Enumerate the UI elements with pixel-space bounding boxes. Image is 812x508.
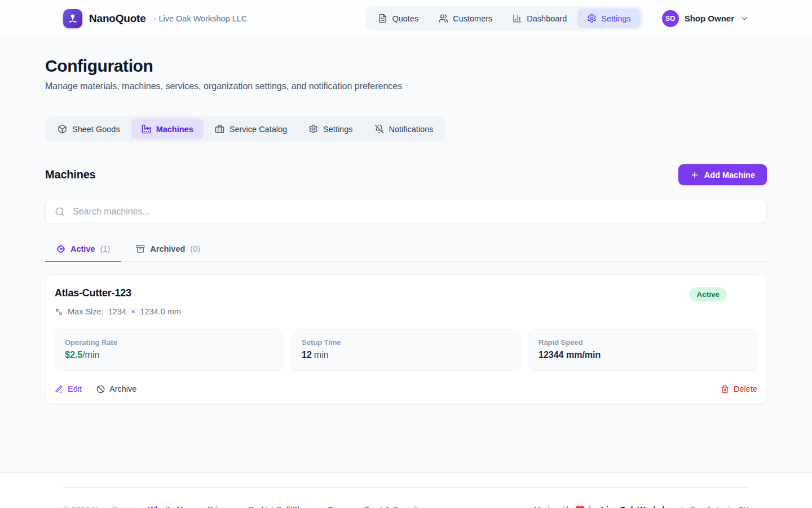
nav-label: Customers [453, 14, 492, 23]
tab-notifications[interactable]: Notifications [364, 119, 444, 139]
avatar: SO [662, 10, 679, 27]
status-badge: Active [689, 287, 727, 301]
add-machine-button[interactable]: Add Machine [678, 164, 767, 185]
stat-rapid-speed: Rapid Speed 12344 mm/min [528, 329, 757, 371]
section-title: Machines [45, 168, 96, 181]
search-box [45, 199, 767, 224]
card-actions: Edit Archive Delet [55, 384, 757, 393]
brand-name: NanoQuote [89, 12, 146, 25]
ban-icon [96, 385, 105, 393]
briefcase-icon [215, 124, 224, 134]
nanoquote-logo-icon [63, 9, 82, 28]
footer-link-terms[interactable]: Terms [328, 505, 350, 508]
tab-machines[interactable]: Machines [131, 119, 204, 139]
copyright: © 2026 NanoQuote [63, 505, 134, 508]
brand[interactable]: NanoQuote - Live Oak Workshop LLC [63, 9, 247, 28]
tab-label: Settings [323, 125, 352, 134]
box-icon [58, 124, 67, 134]
nav-label: Settings [601, 14, 630, 23]
trash-icon [721, 385, 729, 393]
delete-button[interactable]: Delete [721, 384, 757, 393]
stat-setup-time: Setup Time 12min [292, 329, 520, 371]
search-input[interactable] [72, 206, 757, 217]
search-icon [55, 207, 65, 217]
app-header: NanoQuote - Live Oak Workshop LLC Quotes [0, 0, 812, 37]
plus-icon [690, 170, 699, 179]
user-name: Shop Owner [685, 14, 734, 23]
main-content: Configuration Manage materials, machines… [0, 37, 812, 473]
stat-label: Rapid Speed [539, 338, 747, 347]
archive-button[interactable]: Archive [96, 384, 136, 393]
app-footer: © 2026 NanoQuote What's New Privacy Do N… [0, 487, 812, 508]
nav-item-dashboard[interactable]: Dashboard [503, 8, 576, 28]
footer-link-whats-new[interactable]: What's New [148, 505, 193, 508]
factory-icon [142, 124, 151, 134]
bar-chart-icon [513, 14, 522, 23]
tab-settings[interactable]: Settings [298, 119, 363, 139]
filter-count: (0) [190, 244, 200, 253]
file-text-icon [378, 14, 387, 23]
tab-label: Notifications [389, 125, 434, 134]
config-tabs: Sheet Goods Machines Service Catalog [45, 116, 446, 142]
max-size-times: × [131, 307, 135, 316]
main-nav: Quotes Customers Dashboard [366, 6, 642, 30]
cog-icon [56, 244, 65, 253]
tab-label: Sheet Goods [72, 125, 120, 134]
machine-name: Atlas-Cutter-123 [55, 287, 131, 299]
filter-label: Active [70, 244, 95, 253]
nav-item-quotes[interactable]: Quotes [368, 8, 428, 28]
stat-value: 12 [302, 350, 312, 360]
nav-label: Dashboard [527, 14, 567, 23]
machine-card: Atlas-Cutter-123 Active Max Size: 1234 ×… [45, 274, 767, 404]
filter-tab-archived[interactable]: Archived (0) [125, 239, 211, 262]
filter-label: Archived [150, 244, 185, 253]
filter-tab-active[interactable]: Active (1) [45, 239, 121, 262]
nav-item-customers[interactable]: Customers [429, 8, 502, 28]
stats-grid: Operating Rate $2.5/min Setup Time 12min… [55, 329, 757, 371]
nav-item-settings[interactable]: Settings [577, 8, 640, 28]
chevron-down-icon [740, 14, 749, 23]
user-menu[interactable]: SO Shop Owner [662, 10, 749, 27]
bell-off-icon [374, 124, 384, 134]
stat-unit: min [314, 350, 329, 360]
users-icon [439, 14, 448, 23]
max-size-width: 1234 [108, 307, 126, 316]
location: in San Antonio, TX [681, 505, 749, 508]
footer-link-trust-security[interactable]: Trust & Security [364, 505, 422, 508]
filter-tabs: Active (1) Archived (0) [45, 239, 767, 262]
max-size-label: Max Size: [68, 307, 104, 316]
tab-label: Service Catalog [230, 125, 287, 134]
stat-label: Operating Rate [65, 338, 273, 347]
archive-icon [136, 244, 145, 253]
footer-link-privacy[interactable]: Privacy [208, 505, 235, 508]
pencil-icon [55, 385, 63, 393]
page-title: Configuration [45, 56, 767, 76]
tab-label: Machines [156, 125, 193, 134]
nav-label: Quotes [392, 14, 418, 23]
page-subtitle: Manage materials, machines, services, or… [45, 81, 767, 91]
made-with: Made with by Live Oak Workshop in San An… [534, 505, 749, 508]
tab-service-catalog[interactable]: Service Catalog [205, 119, 297, 139]
org-name: - Live Oak Workshop LLC [154, 14, 248, 23]
tab-sheet-goods[interactable]: Sheet Goods [47, 119, 130, 139]
max-size-height: 1234.0 mm [140, 307, 181, 316]
max-size-row: Max Size: 1234 × 1234.0 mm [55, 307, 757, 316]
stat-value: $2.5 [65, 350, 82, 360]
footer-link-do-not-sell[interactable]: Do Not Sell/Share [249, 505, 314, 508]
stat-unit: /min [82, 350, 99, 360]
stat-value: 12344 mm/min [539, 350, 601, 360]
filter-count: (1) [100, 244, 111, 253]
stat-operating-rate: Operating Rate $2.5/min [55, 329, 284, 371]
heart-icon [575, 505, 585, 508]
gear-icon [308, 124, 318, 134]
gear-icon [587, 14, 597, 23]
stat-label: Setup Time [302, 338, 510, 347]
edit-button[interactable]: Edit [55, 384, 82, 393]
company-name: Live Oak Workshop [601, 505, 677, 508]
move-diagonal-icon [55, 308, 63, 316]
